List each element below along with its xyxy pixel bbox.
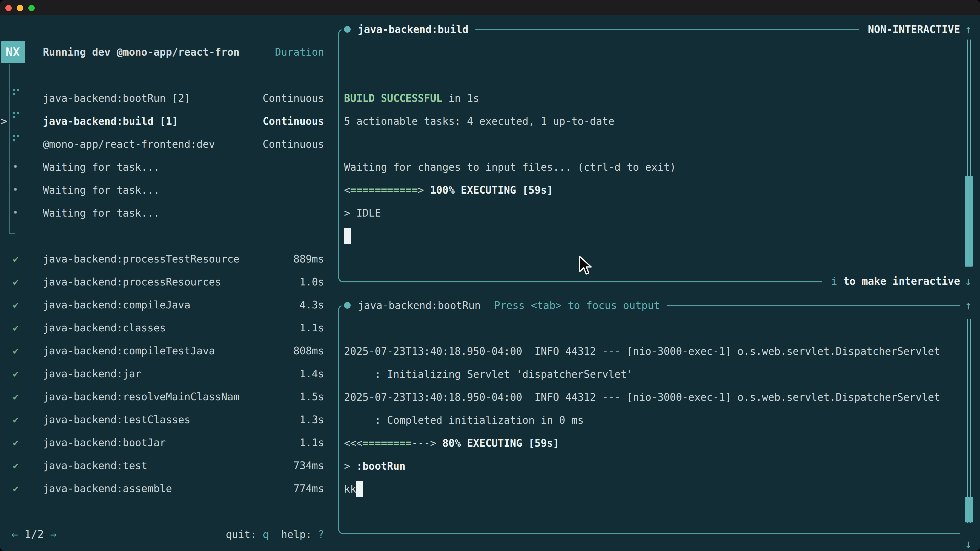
task-duration: Continuous [262, 133, 324, 156]
waiting-bullet-icon [14, 188, 17, 191]
task-label: java-backend:processResources [43, 270, 221, 293]
check-icon: ✔ [10, 385, 21, 408]
non-interactive-badge: NON-INTERACTIVE [868, 21, 960, 38]
task-label: java-backend:compileJava [43, 293, 190, 316]
interactive-key: i [831, 273, 837, 289]
bootrun-panel-title: java-backend:bootRun [358, 297, 481, 313]
build-idle-line: > IDLE [344, 202, 381, 224]
progress-close: > [418, 184, 424, 196]
log-line: : Completed initialization in 0 ms [344, 409, 584, 432]
build-success-line: BUILD SUCCESSFUL in 1s [344, 87, 479, 110]
build-panel-header[interactable]: java-backend:build [342, 21, 475, 38]
task-row-completed[interactable]: ✔ java-backend:test 734ms [0, 454, 338, 477]
task-label: java-backend:jar [43, 362, 141, 385]
window-titlebar [0, 0, 980, 15]
minimize-window-button[interactable] [17, 5, 23, 11]
task-duration: 808ms [293, 339, 324, 362]
keyboard-hints: quit: q help: ? [226, 523, 324, 546]
task-row-completed[interactable]: ✔ java-backend:processTestResource 889ms [0, 248, 338, 270]
task-row-completed[interactable]: ✔ java-backend:assemble 774ms [0, 477, 338, 500]
check-icon: ✔ [10, 339, 21, 362]
progress-fill: =========== [350, 184, 418, 196]
terminal-cursor [356, 481, 363, 497]
spinner-icon [13, 112, 22, 122]
task-duration: Continuous [262, 110, 324, 133]
task-row-completed[interactable]: ✔ java-backend:processResources 1.0s [0, 270, 338, 293]
log-line: 2025-07-23T13:40:18.950-04:00 INFO 44312… [344, 386, 940, 409]
progress-label: 80% EXECUTING [59s] [436, 437, 559, 449]
mouse-cursor [578, 256, 593, 276]
progress-rest: ---> [412, 437, 436, 449]
interactive-hint-text: to make interactive [837, 273, 960, 289]
sidebar-header: Running dev @mono-app/react-fron Duratio… [0, 41, 338, 64]
task-row-completed[interactable]: ✔ java-backend:compileJava 4.3s [0, 293, 338, 316]
check-icon: ✔ [10, 362, 21, 385]
bootrun-input-line[interactable]: kk [344, 478, 363, 500]
task-label: java-backend:resolveMainClassNam [43, 385, 240, 408]
build-tasks-line: 5 actionable tasks: 4 executed, 1 up-to-… [344, 110, 614, 133]
task-status-dot-icon [344, 302, 351, 309]
check-icon: ✔ [10, 408, 21, 431]
waiting-bullet-icon [14, 211, 17, 213]
scroll-up-icon[interactable]: ↑ [961, 21, 975, 38]
task-duration: 1.5s [300, 385, 324, 408]
task-row-waiting: Waiting for task... [0, 179, 338, 202]
typed-input: kk [344, 483, 356, 495]
task-label: java-backend:testClasses [43, 408, 190, 431]
task-duration: 1.4s [300, 362, 324, 385]
task-label: @mono-app/react-frontend:dev [43, 133, 215, 156]
prompt-prefix: > [344, 460, 356, 472]
quit-key: q [262, 529, 269, 540]
task-label: Waiting for task... [43, 202, 160, 224]
build-waiting-line: Waiting for changes to input files... (c… [344, 156, 676, 179]
scroll-down-icon[interactable]: ↓ [961, 273, 975, 289]
bootrun-scrollbar-thumb[interactable] [965, 497, 973, 522]
scroll-up-icon[interactable]: ↑ [961, 297, 975, 313]
task-row-completed[interactable]: ✔ java-backend:testClasses 1.3s [0, 408, 338, 431]
task-row-completed[interactable]: ✔ java-backend:classes 1.1s [0, 316, 338, 339]
page-number: 1/2 [24, 528, 44, 540]
close-window-button[interactable] [5, 5, 12, 11]
task-duration: 734ms [293, 454, 324, 477]
progress-fill: ======== [363, 437, 412, 449]
log-line: : Initializing Servlet 'dispatcherServle… [344, 363, 633, 386]
bootrun-progress-line: <<<========---> 80% EXECUTING [59s] [344, 432, 559, 454]
scroll-down-icon[interactable]: ↓ [961, 536, 975, 551]
task-row-completed[interactable]: ✔ java-backend:compileTestJava 808ms [0, 339, 338, 362]
task-row-waiting: Waiting for task... [0, 156, 338, 179]
page-prev-arrow[interactable]: ← [11, 528, 18, 540]
progress-label: 100% EXECUTING [59s] [424, 184, 553, 196]
build-progress-line: <===========> 100% EXECUTING [59s] [344, 179, 553, 202]
check-icon: ✔ [10, 270, 21, 293]
check-icon: ✔ [10, 454, 21, 477]
task-row-completed[interactable]: ✔ java-backend:bootJar 1.1s [0, 431, 338, 454]
terminal-cursor [344, 228, 351, 244]
sidebar-statusbar: ← 1/2 → quit: q help: ? [0, 523, 338, 546]
prompt-command: :bootRun [356, 460, 406, 472]
task-group-tree-elbow [9, 233, 15, 234]
check-icon: ✔ [10, 477, 21, 500]
help-label: help: [269, 529, 318, 540]
task-label: java-backend:assemble [43, 477, 172, 500]
build-scrollbar-thumb[interactable] [965, 176, 973, 267]
task-row-completed[interactable]: ✔ java-backend:resolveMainClassNam 1.5s [0, 385, 338, 408]
bootrun-scrollbar-track[interactable] [967, 319, 971, 523]
spinner-icon [13, 89, 22, 99]
zoom-window-button[interactable] [28, 5, 35, 11]
task-label: java-backend:compileTestJava [43, 339, 215, 362]
task-duration: 4.3s [300, 293, 324, 316]
bootrun-panel-header[interactable]: java-backend:bootRun Press <tab> to focu… [342, 297, 667, 313]
focus-output-hint: Press <tab> to focus output [494, 297, 660, 313]
task-row-bootrun[interactable]: java-backend:bootRun [2] Continuous [0, 87, 338, 110]
bootrun-prompt-line: > :bootRun [344, 454, 406, 478]
task-row-frontend-dev[interactable]: @mono-app/react-frontend:dev Continuous [0, 133, 338, 156]
progress-open: < [344, 184, 350, 196]
build-cursor-line [344, 224, 351, 248]
quit-label: quit: [226, 529, 263, 540]
build-successful-text: BUILD SUCCESSFUL [344, 92, 442, 104]
task-row-build-selected[interactable]: > java-backend:build [1] Continuous [0, 110, 338, 133]
task-row-waiting: Waiting for task... [0, 202, 338, 224]
task-row-completed[interactable]: ✔ java-backend:jar 1.4s [0, 362, 338, 385]
selection-chevron-icon: > [0, 110, 7, 133]
page-next-arrow[interactable]: → [50, 528, 57, 540]
